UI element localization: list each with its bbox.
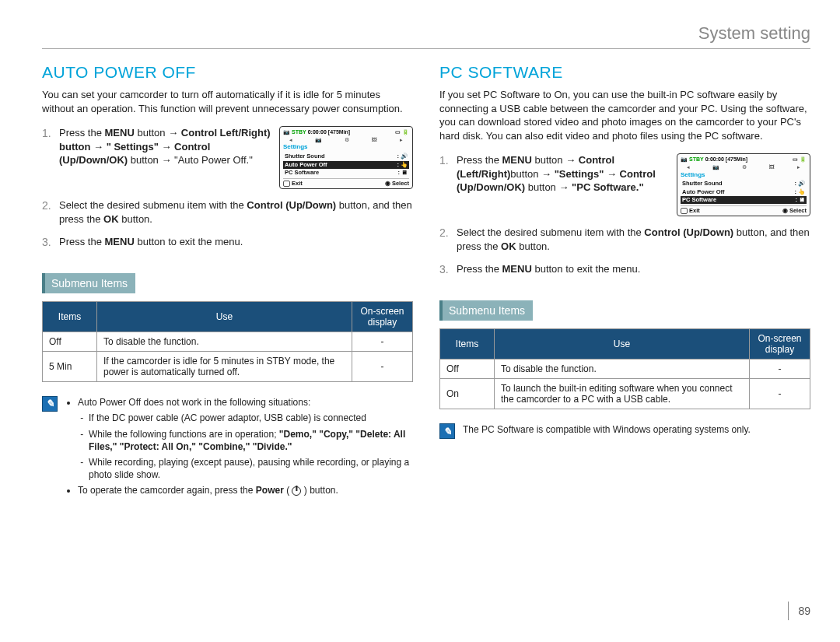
left-submenu-label: Submenu Items [42, 273, 135, 293]
th-osd: On-screen display [352, 302, 413, 332]
right-submenu-label: Submenu Items [439, 300, 533, 321]
right-submenu-table: Items Use On-screen display Off To disab… [439, 328, 810, 409]
left-column: AUTO POWER OFF You can set your camcorde… [42, 63, 413, 500]
step-number: 2. [42, 198, 53, 226]
step-3-text: Press the MENU button to exit the menu. [59, 235, 413, 250]
page-number: 89 [788, 602, 810, 620]
header-title: System setting [698, 23, 810, 43]
left-step-1: 1. Press the MENU button → Control Left/… [42, 126, 413, 189]
th-use: Use [495, 329, 750, 360]
table-row: 5 Min If the camcorder is idle for 5 min… [43, 352, 413, 382]
table-row: Off To disable the function. - [43, 332, 413, 352]
left-steps: 1. Press the MENU button → Control Left/… [42, 126, 413, 250]
right-steps: 1. Press the MENU button → Control (Left… [439, 153, 810, 277]
right-step-3: 3. Press the MENU button to exit the men… [439, 262, 810, 277]
right-column: PC SOFTWARE If you set PC Software to On… [439, 63, 810, 500]
th-items: Items [43, 302, 97, 332]
left-submenu-table: Items Use On-screen display Off To disab… [42, 301, 413, 382]
step-number: 1. [42, 126, 53, 189]
step-2-text: Select the desired submenu item with the… [457, 226, 810, 253]
right-intro: If you set PC Software to On, you can us… [439, 88, 810, 142]
content-columns: AUTO POWER OFF You can set your camcorde… [42, 63, 810, 500]
step-number: 3. [439, 262, 450, 277]
left-notes: ✎ Auto Power Off does not work in the fo… [42, 396, 413, 500]
table-row: Off To disable the function. - [440, 360, 810, 379]
power-icon [292, 486, 301, 496]
page-header: System setting [42, 23, 810, 49]
left-intro: You can set your camcorder to turn off a… [42, 88, 413, 115]
left-step-2: 2. Select the desired submenu item with … [42, 198, 413, 226]
right-step-2: 2. Select the desired submenu item with … [439, 226, 810, 253]
th-use: Use [97, 302, 352, 332]
left-title: AUTO POWER OFF [42, 63, 413, 82]
step-number: 3. [42, 235, 53, 250]
note-icon: ✎ [439, 423, 455, 439]
step-3-text: Press the MENU button to exit the menu. [457, 262, 810, 277]
left-step-3: 3. Press the MENU button to exit the men… [42, 235, 413, 250]
step-1-text: Press the MENU button → Control (Left/Ri… [457, 153, 669, 195]
right-note-text: The PC Software is compatible with Windo… [463, 423, 751, 439]
lcd-screenshot-left: 📷 STBY 0:00:00 [475Min] ▭ 🔋 ◂📷⚙🖼▸ Settin… [279, 126, 413, 189]
right-title: PC SOFTWARE [439, 63, 810, 82]
lcd-screenshot-right: 📷 STBY 0:00:00 [475Min] ▭ 🔋 ◂📷⚙🖼▸ Settin… [677, 153, 810, 216]
right-step-1: 1. Press the MENU button → Control (Left… [439, 153, 810, 216]
th-items: Items [440, 329, 495, 360]
table-row: On To launch the built-in editing softwa… [440, 379, 810, 409]
right-notes: ✎ The PC Software is compatible with Win… [439, 423, 810, 439]
step-number: 1. [439, 153, 450, 216]
note-icon: ✎ [42, 396, 58, 412]
step-1-text: Press the MENU button → Control Left/Rig… [59, 126, 271, 167]
step-number: 2. [439, 226, 450, 253]
th-osd: On-screen display [750, 329, 810, 360]
step-2-text: Select the desired submenu item with the… [59, 198, 413, 226]
